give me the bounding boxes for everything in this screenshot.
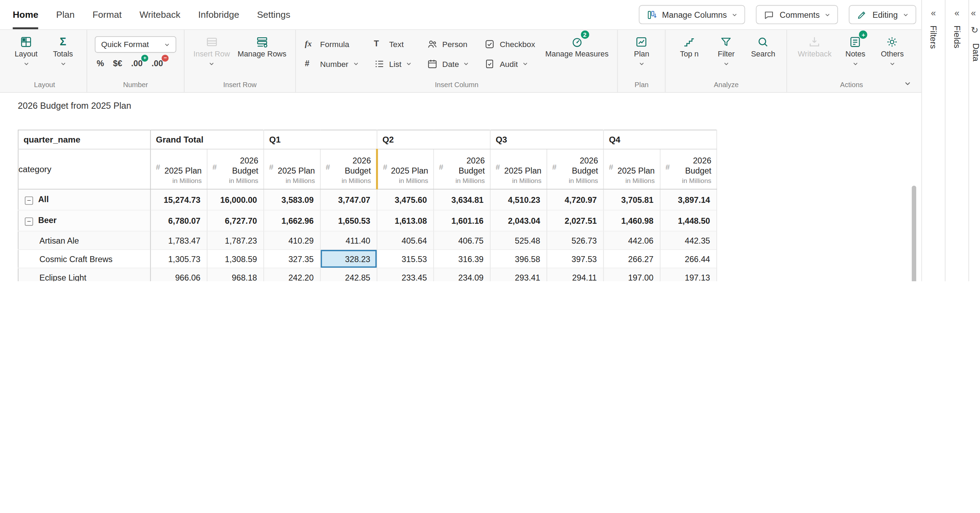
insert-formula-button[interactable]: fxFormula: [305, 39, 358, 49]
percent-format-button[interactable]: %: [97, 59, 104, 68]
cell[interactable]: 2,027.51: [547, 210, 603, 231]
tab-format[interactable]: Format: [92, 0, 122, 29]
measure-header[interactable]: #2026 Budgetin Millions: [547, 149, 603, 189]
tab-home[interactable]: Home: [13, 0, 38, 29]
insert-person-button[interactable]: Person: [427, 39, 469, 49]
cell[interactable]: 4,720.97: [547, 189, 603, 210]
notes-button[interactable]: + Notes: [838, 33, 873, 67]
filters-panel-strip[interactable]: « Filters: [921, 0, 945, 281]
cell[interactable]: 197.00: [603, 268, 660, 281]
measure-header[interactable]: #2025 Planin Millions: [150, 149, 207, 189]
cell[interactable]: 15,274.73: [150, 189, 207, 210]
expand-panel-icon[interactable]: «: [971, 8, 976, 17]
column-group-q2[interactable]: Q2: [377, 130, 490, 149]
currency-format-button[interactable]: $€: [113, 59, 122, 68]
cell[interactable]: 1,460.98: [603, 210, 660, 231]
cell[interactable]: 328.23: [320, 249, 377, 268]
cell[interactable]: 294.11: [547, 268, 603, 281]
insert-checkbox-button[interactable]: Checkbox: [484, 39, 535, 49]
manage-columns-button[interactable]: Manage Columns: [639, 5, 745, 24]
measure-header[interactable]: #2025 Planin Millions: [264, 149, 320, 189]
cell[interactable]: 266.27: [603, 249, 660, 268]
cell[interactable]: 197.13: [660, 268, 717, 281]
cell[interactable]: 3,747.07: [320, 189, 377, 210]
collapse-ribbon-icon[interactable]: [904, 80, 911, 87]
cell[interactable]: 234.09: [433, 268, 490, 281]
cell[interactable]: 410.29: [264, 231, 320, 249]
insert-date-button[interactable]: Date: [427, 59, 469, 69]
refresh-icon[interactable]: ↻: [971, 25, 980, 35]
collapse-icon[interactable]: −: [25, 197, 33, 205]
collapse-icon[interactable]: −: [25, 218, 33, 226]
row-label[interactable]: Eclipse Light: [18, 268, 150, 281]
cell[interactable]: 2,043.04: [490, 210, 547, 231]
search-button[interactable]: Search: [746, 33, 781, 59]
cell[interactable]: 6,727.70: [207, 210, 264, 231]
cell[interactable]: 3,897.14: [660, 189, 717, 210]
editing-mode-button[interactable]: Editing: [849, 5, 916, 24]
insert-audit-button[interactable]: Audit: [484, 59, 535, 69]
manage-measures-button[interactable]: 2 Manage Measures: [542, 33, 611, 59]
filter-button[interactable]: Filter: [709, 33, 743, 67]
cell[interactable]: 968.18: [207, 268, 264, 281]
corner-quarter-name[interactable]: quarter_name: [18, 130, 150, 149]
row-label[interactable]: Cosmic Craft Brews: [18, 249, 150, 268]
cell[interactable]: 266.44: [660, 249, 717, 268]
cell[interactable]: 4,510.23: [490, 189, 547, 210]
insert-list-button[interactable]: List: [374, 59, 412, 69]
cell[interactable]: 526.73: [547, 231, 603, 249]
cell[interactable]: 525.48: [490, 231, 547, 249]
increase-decimal-button[interactable]: .00+: [131, 59, 143, 68]
insert-text-button[interactable]: TText: [374, 39, 412, 49]
cell[interactable]: 1,308.59: [207, 249, 264, 268]
top-n-button[interactable]: Top n: [672, 33, 706, 59]
insert-number-button[interactable]: #Number: [305, 59, 358, 69]
measure-header[interactable]: #2026 Budgetin Millions: [660, 149, 717, 189]
row-label[interactable]: Artisan Ale: [18, 231, 150, 249]
manage-rows-button[interactable]: Manage Rows: [235, 33, 289, 59]
cell[interactable]: 315.53: [377, 249, 433, 268]
cell[interactable]: 1,650.53: [320, 210, 377, 231]
cell[interactable]: 406.75: [433, 231, 490, 249]
tab-writeback[interactable]: Writeback: [140, 0, 180, 29]
cell[interactable]: 397.53: [547, 249, 603, 268]
tab-settings[interactable]: Settings: [257, 0, 291, 29]
cell[interactable]: 1,601.16: [433, 210, 490, 231]
cell[interactable]: 442.06: [603, 231, 660, 249]
table-row[interactable]: Cosmic Craft Brews1,305.731,308.59327.35…: [18, 249, 717, 268]
table-row[interactable]: Eclipse Light966.06968.18242.20242.85233…: [18, 268, 717, 281]
column-group-grand-total[interactable]: Grand Total: [150, 130, 264, 149]
fields-panel-strip[interactable]: « Fields: [945, 0, 969, 281]
column-group-q4[interactable]: Q4: [603, 130, 717, 149]
table-row[interactable]: −All15,274.7316,000.003,583.093,747.073,…: [18, 189, 717, 210]
column-group-q3[interactable]: Q3: [490, 130, 604, 149]
cell[interactable]: 1,613.08: [377, 210, 433, 231]
expand-panel-icon[interactable]: «: [955, 8, 959, 17]
cell[interactable]: 1,787.23: [207, 231, 264, 249]
decrease-decimal-button[interactable]: .00−: [151, 59, 163, 68]
cell[interactable]: 1,448.50: [660, 210, 717, 231]
cell[interactable]: 1,783.47: [150, 231, 207, 249]
data-panel-strip[interactable]: « ↻ Data: [969, 0, 980, 281]
cell[interactable]: 3,475.60: [377, 189, 433, 210]
cell[interactable]: 1,662.96: [264, 210, 320, 231]
cell[interactable]: 6,780.07: [150, 210, 207, 231]
tab-plan[interactable]: Plan: [56, 0, 75, 29]
totals-button[interactable]: Σ Totals: [46, 33, 80, 67]
cell[interactable]: 966.06: [150, 268, 207, 281]
expand-panel-icon[interactable]: «: [931, 8, 936, 17]
table-row[interactable]: Artisan Ale1,783.471,787.23410.29411.404…: [18, 231, 717, 249]
cell[interactable]: 327.35: [264, 249, 320, 268]
cell[interactable]: 442.35: [660, 231, 717, 249]
row-label[interactable]: −Beer: [18, 210, 150, 231]
cell[interactable]: 3,583.09: [264, 189, 320, 210]
others-button[interactable]: Others: [875, 33, 910, 67]
cell[interactable]: 411.40: [320, 231, 377, 249]
cell[interactable]: 242.20: [264, 268, 320, 281]
vertical-scrollbar[interactable]: [912, 186, 916, 281]
tab-infobridge[interactable]: Infobridge: [198, 0, 239, 29]
measure-header[interactable]: #2025 Planin Millions: [490, 149, 547, 189]
measure-header[interactable]: #2025 Planin Millions: [603, 149, 660, 189]
cell[interactable]: 3,634.81: [433, 189, 490, 210]
cell[interactable]: 405.64: [377, 231, 433, 249]
